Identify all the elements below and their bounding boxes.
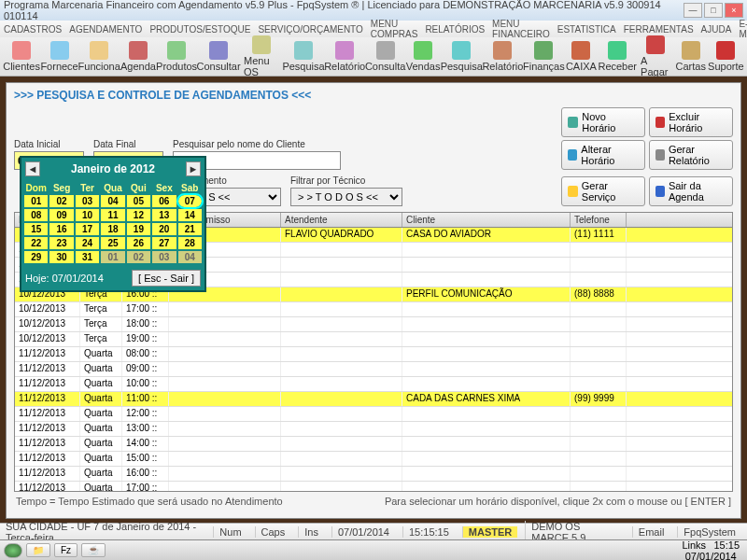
novo-horario-button[interactable]: Novo Horário <box>561 107 645 137</box>
toolbar-menu os[interactable]: Menu OS <box>241 35 282 78</box>
calendar-day[interactable]: 27 <box>152 237 176 249</box>
toolbar-suporte[interactable]: Suporte <box>709 40 743 73</box>
start-button[interactable] <box>4 543 22 558</box>
toolbar-relatório[interactable]: Relatório <box>325 40 364 73</box>
gerar-relatorio-button[interactable]: Gerar Relatório <box>649 140 733 170</box>
main-toolbar: ClientesForneceFuncionaAgendaProdutosCon… <box>0 37 747 77</box>
calendar-day[interactable]: 21 <box>178 223 202 235</box>
table-row[interactable]: 11/12/2013Quarta15:00 :: <box>15 452 732 467</box>
toolbar-consultar[interactable]: Consultar <box>198 40 239 73</box>
gerar-servico-button[interactable]: Gerar Serviço <box>561 176 645 206</box>
table-row[interactable]: 11/12/2013Quarta08:00 :: <box>15 347 732 362</box>
minimize-button[interactable]: — <box>684 3 702 18</box>
calendar-day-other[interactable]: 03 <box>152 251 176 263</box>
close-button[interactable]: × <box>725 3 743 18</box>
calendar-day[interactable]: 26 <box>127 237 150 249</box>
calendar-day[interactable]: 14 <box>178 209 202 221</box>
toolbar-fornece[interactable]: Fornece <box>41 40 78 73</box>
status-time: 15:15:15 <box>402 526 455 538</box>
toolbar-caixa[interactable]: CAIXA <box>565 40 597 73</box>
calendar-day[interactable]: 13 <box>152 209 176 221</box>
calendar-day-other[interactable]: 04 <box>178 251 202 263</box>
menu-item[interactable]: MENU FINANCEIRO <box>492 19 550 39</box>
taskbar-app-3[interactable]: ☕ <box>81 543 106 557</box>
calendar-day[interactable]: 19 <box>127 223 150 235</box>
table-row[interactable]: 10/12/2013Terça19:00 :: <box>15 332 732 347</box>
menu-item[interactable]: FERRAMENTAS <box>624 24 694 35</box>
calendar-day[interactable]: 07 <box>178 195 202 207</box>
table-row[interactable]: 11/12/2013Quarta13:00 :: <box>15 422 732 437</box>
calendar-day[interactable]: 23 <box>49 237 73 249</box>
menu-item[interactable]: MENU COMPRAS <box>371 19 418 39</box>
excluir-horario-button[interactable]: Excluir Horário <box>649 107 733 137</box>
menu-item[interactable]: RELATÓRIOS <box>425 24 485 35</box>
menu-item[interactable]: AJUDA <box>701 24 732 35</box>
calendar-day[interactable]: 05 <box>127 195 150 207</box>
toolbar-pesquisa[interactable]: Pesquisa <box>284 40 324 73</box>
menu-item[interactable]: PRODUTOS/ESTOQUE <box>149 24 250 35</box>
menu-item[interactable]: CADASTROS <box>4 24 62 35</box>
taskbar-app-1[interactable]: 📁 <box>26 543 50 557</box>
toolbar-finanças[interactable]: Finanças <box>524 40 563 73</box>
table-row[interactable]: 10/12/2013Terça17:00 :: <box>15 302 732 317</box>
calendar-day[interactable]: 03 <box>76 195 99 207</box>
calendar-day[interactable]: 08 <box>24 209 48 221</box>
calendar-day[interactable]: 16 <box>49 223 73 235</box>
calendar-day[interactable]: 31 <box>76 251 99 263</box>
toolbar-relatório[interactable]: Relatório <box>484 40 523 73</box>
table-row[interactable]: 11/12/2013Quarta09:00 :: <box>15 362 732 377</box>
toolbar-clientes[interactable]: Clientes <box>4 40 39 73</box>
calendar-day[interactable]: 12 <box>127 209 150 221</box>
table-row[interactable]: 11/12/2013Quarta11:00 ::CADA DAS CARNES … <box>15 392 732 407</box>
calendar-day[interactable]: 04 <box>101 195 124 207</box>
menu-item[interactable]: SERVIÇO/ORÇAMENTO <box>258 24 362 35</box>
calendar-next-button[interactable]: ► <box>186 161 201 176</box>
calendar-day[interactable]: 20 <box>152 223 176 235</box>
toolbar-produtos[interactable]: Produtos <box>157 40 196 73</box>
alterar-horario-button[interactable]: Alterar Horário <box>561 140 645 170</box>
toolbar-receber[interactable]: Receber <box>599 40 636 73</box>
calendar-day[interactable]: 24 <box>76 237 99 249</box>
table-row[interactable]: 11/12/2013Quarta10:00 :: <box>15 377 732 392</box>
calendar-day[interactable]: 06 <box>152 195 176 207</box>
table-row[interactable]: 11/12/2013Quarta16:00 :: <box>15 467 732 482</box>
calendar-day[interactable]: 17 <box>76 223 99 235</box>
calendar-day[interactable]: 30 <box>49 251 73 263</box>
menu-item[interactable]: ESTATISTICA <box>557 24 616 35</box>
taskbar-app-2[interactable]: Fz <box>54 543 78 557</box>
tecnico-select[interactable]: > > T O D O S << <box>290 188 402 206</box>
calendar-day[interactable]: 02 <box>49 195 73 207</box>
maximize-button[interactable]: □ <box>704 3 723 18</box>
calendar-day[interactable]: 28 <box>178 237 202 249</box>
calendar-day[interactable]: 09 <box>49 209 73 221</box>
calendar-day[interactable]: 11 <box>101 209 124 221</box>
calendar-day[interactable]: 15 <box>24 223 48 235</box>
calendar-esc-button[interactable]: [ Esc - Sair ] <box>132 270 201 287</box>
table-row[interactable]: 11/12/2013Quarta17:00 :: <box>15 482 732 492</box>
toolbar-cartas[interactable]: Cartas <box>675 40 707 73</box>
calendar-day[interactable]: 25 <box>101 237 124 249</box>
toolbar-consulta[interactable]: Consulta <box>366 40 404 73</box>
table-row[interactable]: 11/12/2013Quarta14:00 :: <box>15 437 732 452</box>
calendar-day[interactable]: 18 <box>101 223 124 235</box>
toolbar-a pagar[interactable]: A Pagar <box>638 35 673 78</box>
menu-item[interactable]: AGENDAMENTO <box>69 24 142 35</box>
calendar-prev-button[interactable]: ◄ <box>25 161 40 176</box>
table-row[interactable]: 10/12/2013Terça18:00 :: <box>15 317 732 332</box>
sair-agenda-button[interactable]: Sair da Agenda <box>649 176 733 206</box>
status-fpq[interactable]: FpqSystem <box>677 526 741 538</box>
calendar-day[interactable]: 22 <box>24 237 48 249</box>
calendar-day[interactable]: 10 <box>76 209 99 221</box>
calendar-day-other[interactable]: 01 <box>101 251 124 263</box>
calendar-day[interactable]: 01 <box>24 195 48 207</box>
toolbar-pesquisa[interactable]: Pesquisa <box>442 40 482 73</box>
exit-icon <box>655 186 665 197</box>
menu-item[interactable]: E-MAIL <box>739 19 747 39</box>
toolbar-vendas[interactable]: Vendas <box>406 40 440 73</box>
calendar-day[interactable]: 29 <box>24 251 48 263</box>
toolbar-funciona[interactable]: Funciona <box>79 40 120 73</box>
calendar-day-other[interactable]: 02 <box>127 251 150 263</box>
status-email[interactable]: Email <box>632 526 670 538</box>
toolbar-agenda[interactable]: Agenda <box>121 40 156 73</box>
table-row[interactable]: 11/12/2013Quarta12:00 :: <box>15 407 732 422</box>
